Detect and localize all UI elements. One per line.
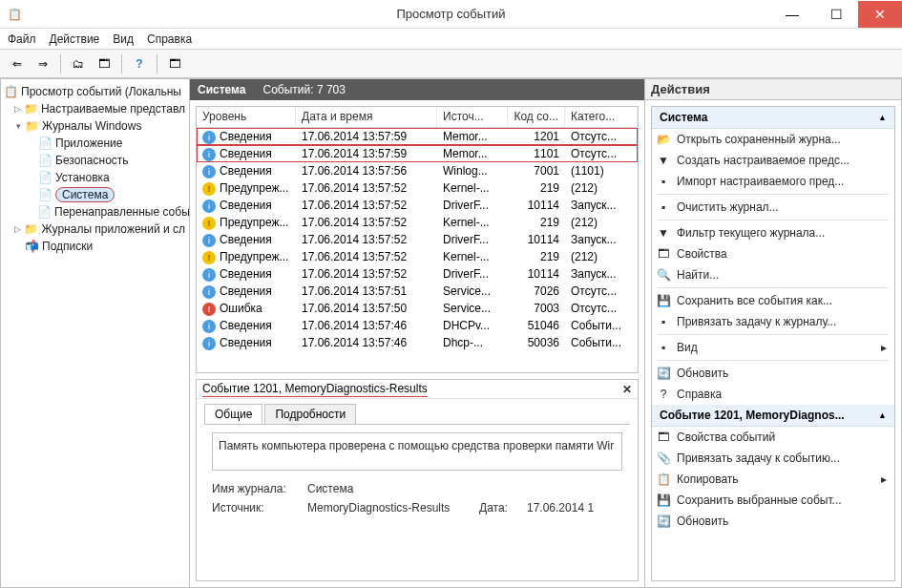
evprops-icon: 🗔 — [656, 430, 671, 445]
action-savesel[interactable]: 💾Сохранить выбранные событ... — [652, 490, 894, 511]
action-help[interactable]: ?Справка — [652, 384, 894, 405]
event-row[interactable]: iСведения17.06.2014 13:57:56Winlog...700… — [197, 162, 638, 179]
action-section-event[interactable]: Событие 1201, MemoryDiagnos...▲ — [652, 405, 894, 427]
toolbar-forward-button[interactable]: ⇒ — [31, 52, 54, 75]
log-icon: 📄 — [37, 136, 52, 151]
folder-icon: 📁 — [24, 101, 38, 116]
expand-arrow-icon[interactable]: ▾ — [12, 121, 24, 131]
action-filter[interactable]: ▼Фильтр текущего журнала... — [652, 222, 894, 243]
error-icon: ! — [202, 303, 216, 316]
tree-app-logs[interactable]: ▷ 📁 Журналы приложений и сл — [1, 220, 189, 238]
view-icon: ▪ — [656, 340, 671, 355]
action-import[interactable]: ▪Импорт настраиваемого пред... — [652, 171, 894, 192]
tree-security[interactable]: 📄Безопасность — [1, 152, 189, 169]
action-refresh[interactable]: 🔄Обновить — [652, 511, 894, 532]
action-view[interactable]: ▪Вид▸ — [652, 337, 894, 358]
refresh-icon: 🔄 — [656, 514, 671, 529]
help-icon: ? — [656, 387, 671, 402]
toolbar-help-button[interactable]: ? — [128, 52, 151, 75]
warn-icon: ! — [202, 251, 216, 264]
log-name-value: Система — [307, 482, 479, 495]
action-evattach[interactable]: 📎Привязать задачу к событию... — [652, 448, 894, 469]
tab-general[interactable]: Общие — [204, 404, 262, 424]
tree-custom-views[interactable]: ▷ 📁 Настраиваемые представл — [1, 100, 189, 117]
tree-application[interactable]: 📄Приложение — [1, 135, 189, 152]
toolbar-properties-button[interactable]: 🗔 — [93, 52, 115, 75]
warn-icon: ! — [202, 182, 216, 196]
tree-windows-logs[interactable]: ▾ 📁 Журналы Windows — [1, 117, 189, 135]
info-icon: i — [202, 285, 216, 299]
col-level[interactable]: Уровень — [197, 107, 296, 127]
tree-system[interactable]: 📄Система — [1, 186, 189, 203]
tree-subscriptions[interactable]: 📬Подписки — [1, 238, 189, 255]
toolbar-show-tree-button[interactable]: 🗂 — [67, 52, 90, 75]
action-find[interactable]: 🔍Найти... — [652, 264, 894, 285]
actions-scroll[interactable]: Система▲📂Открыть сохраненный журна...▼Со… — [651, 106, 895, 581]
log-icon: 📄 — [37, 153, 52, 168]
collapse-arrow-icon[interactable]: ▷ — [12, 104, 24, 114]
event-row[interactable]: iСведения17.06.2014 13:57:59Memor...1201… — [197, 128, 638, 145]
events-header[interactable]: Уровень Дата и время Источ... Код со... … — [197, 107, 638, 128]
event-row[interactable]: iСведения17.06.2014 13:57:46DHCPv...5104… — [197, 317, 638, 334]
action-clear[interactable]: ▪Очистить журнал... — [652, 197, 894, 218]
action-copy[interactable]: 📋Копировать▸ — [652, 469, 894, 490]
app-icon: 📋 — [0, 0, 29, 29]
events-scroll[interactable]: iСведения17.06.2014 13:57:59Memor...1201… — [197, 128, 638, 372]
source-value: MemoryDiagnostics-Results — [307, 501, 479, 514]
tree-root[interactable]: 📋 Просмотр событий (Локальны — [1, 83, 189, 100]
action-create[interactable]: ▼Создать настраиваемое предс... — [652, 150, 894, 171]
event-row[interactable]: !Предупреж...17.06.2014 13:57:52Kernel-.… — [197, 214, 638, 231]
save-icon: 💾 — [656, 293, 671, 308]
event-row[interactable]: !Ошибка17.06.2014 13:57:50Service...7003… — [197, 300, 638, 317]
log-icon: 📄 — [37, 187, 52, 202]
toolbar-preview-button[interactable]: 🗔 — [163, 52, 186, 75]
col-source[interactable]: Источ... — [437, 107, 508, 127]
action-save[interactable]: 💾Сохранить все события как... — [652, 290, 894, 311]
event-row[interactable]: iСведения17.06.2014 13:57:52DriverF...10… — [197, 197, 638, 214]
open-icon: 📂 — [656, 132, 671, 147]
maximize-button[interactable]: ☐ — [814, 1, 858, 28]
source-label: Источник: — [212, 501, 307, 514]
warn-icon: ! — [202, 217, 216, 230]
center-header: Система Событий: 7 703 — [190, 79, 644, 100]
actions-pane: Действия Система▲📂Открыть сохраненный жу… — [645, 79, 901, 587]
close-button[interactable]: ✕ — [858, 1, 902, 28]
col-event-id[interactable]: Код со... — [508, 107, 565, 127]
event-row[interactable]: iСведения17.06.2014 13:57:59Memor...1101… — [197, 145, 638, 162]
date-value: 17.06.2014 1 — [527, 501, 622, 514]
subscription-icon: 📬 — [24, 239, 39, 254]
event-row[interactable]: iСведения17.06.2014 13:57:46Dhcp-...5003… — [197, 334, 638, 351]
date-label: Дата: — [479, 501, 527, 514]
event-row[interactable]: iСведения17.06.2014 13:57:52DriverF...10… — [197, 265, 638, 283]
action-refresh[interactable]: 🔄Обновить — [652, 363, 894, 384]
menu-file[interactable]: Файл — [8, 32, 36, 46]
event-row[interactable]: iСведения17.06.2014 13:57:52DriverF...10… — [197, 231, 638, 248]
tree-pane[interactable]: 📋 Просмотр событий (Локальны ▷ 📁 Настраи… — [1, 79, 190, 587]
action-open[interactable]: 📂Открыть сохраненный журна... — [652, 129, 894, 150]
action-props[interactable]: 🗔Свойства — [652, 243, 894, 264]
event-row[interactable]: !Предупреж...17.06.2014 13:57:52Kernel-.… — [197, 179, 638, 197]
event-row[interactable]: iСведения17.06.2014 13:57:51Service...70… — [197, 283, 638, 300]
titlebar: 📋 Просмотр событий — ☐ ✕ — [0, 0, 902, 29]
tree-setup[interactable]: 📄Установка — [1, 169, 189, 186]
collapse-arrow-icon[interactable]: ▷ — [12, 224, 24, 234]
col-date[interactable]: Дата и время — [296, 107, 437, 127]
event-row[interactable]: !Предупреж...17.06.2014 13:57:52Kernel-.… — [197, 248, 638, 265]
action-evprops[interactable]: 🗔Свойства событий — [652, 427, 894, 448]
detail-close-button[interactable]: ✕ — [622, 383, 632, 396]
info-icon: i — [202, 131, 216, 144]
refresh-icon: 🔄 — [656, 366, 671, 381]
toolbar-back-button[interactable]: ⇐ — [6, 52, 29, 75]
menu-action[interactable]: Действие — [50, 32, 100, 46]
log-icon: 📄 — [37, 170, 52, 185]
menu-help[interactable]: Справка — [147, 32, 192, 46]
minimize-button[interactable]: — — [770, 1, 814, 28]
action-section-system[interactable]: Система▲ — [652, 107, 894, 129]
action-attach[interactable]: ▪Привязать задачу к журналу... — [652, 311, 894, 332]
tree-forwarded[interactable]: 📄Перенаправленные собы — [1, 203, 189, 220]
folder-icon: 📁 — [24, 221, 39, 237]
col-category[interactable]: Катего... — [565, 107, 638, 127]
info-icon: i — [202, 337, 216, 350]
menu-view[interactable]: Вид — [113, 32, 134, 46]
tab-details[interactable]: Подробности — [264, 404, 356, 424]
